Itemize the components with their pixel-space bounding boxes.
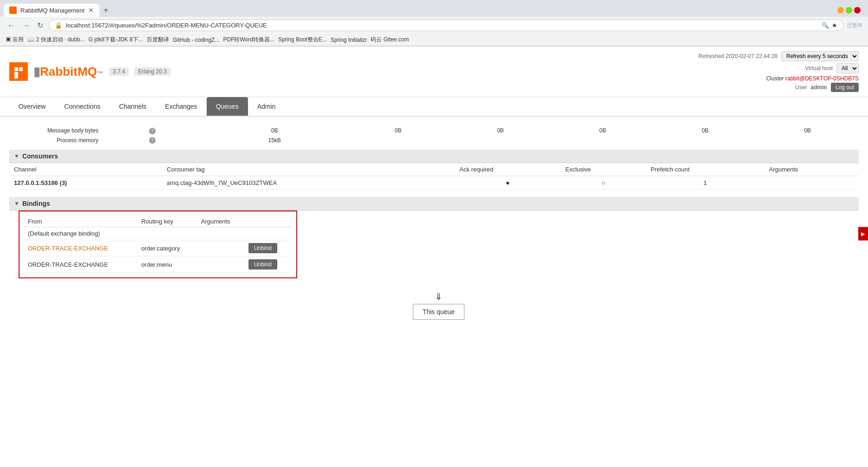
logo-text-group: ▮RabbitMQ™ (33, 65, 104, 79)
col-routing-key: Routing key (137, 216, 197, 227)
consumers-toggle-icon: ▼ (14, 153, 20, 159)
nav-exchanges[interactable]: Exchanges (156, 97, 206, 116)
bindings-box: From Routing key Arguments (Default exch… (19, 210, 297, 278)
bindings-container: From Routing key Arguments (Default exch… (19, 210, 859, 320)
bindings-toggle-icon: ▼ (14, 200, 20, 207)
svg-rect-1 (14, 67, 18, 71)
proc-mem-val: 15kB (202, 136, 346, 145)
nav-channels[interactable]: Channels (110, 97, 156, 116)
bookmark-spring[interactable]: Spring Boot整合E... (278, 36, 327, 44)
binding-default-args (197, 227, 245, 240)
user-value: admin (811, 84, 827, 91)
unbind-button-2[interactable]: Unbind (248, 259, 277, 270)
bookmark-dubbo[interactable]: 📖 2 快速启动 · dubb... (27, 36, 85, 44)
svg-rect-3 (14, 72, 18, 79)
binding-default-action (245, 227, 292, 240)
binding-rk-1: order.category (137, 240, 197, 257)
exchange-link-1[interactable]: ORDER-TRACE-EXCHANGE (28, 245, 108, 252)
url-bar[interactable]: 🔒 localhost:15672/#/queues/%2Fadmin/ORDE… (49, 20, 843, 31)
msg-val-6: 0B (757, 126, 859, 136)
tab-close-button[interactable]: ✕ (88, 7, 94, 14)
app-header: ▮RabbitMQ™ 3.7.4 Erlang 20.3 Refreshed 2… (0, 46, 868, 97)
bookmarks-bar: ▣ 应用 📖 2 快速启动 · dubb... G jdk8下载-JDK 8下.… (0, 34, 868, 46)
new-tab-button[interactable]: + (99, 5, 112, 16)
help-icon-msg[interactable]: ? (102, 126, 202, 136)
browser-chrome: RabbitMQ Management ✕ + ← → ↻ 🔒 localhos… (0, 0, 868, 46)
bookmark-baidu[interactable]: 百度翻译 (147, 36, 169, 44)
process-memory-row: Process memory ? 15kB (9, 136, 859, 145)
bindings-header[interactable]: ▼ Bindings (9, 197, 859, 210)
msg-val-4: 0B (552, 126, 654, 136)
msg-val-2: 0B (347, 126, 449, 136)
binding-from-2: ORDER-TRACE-EXCHANGE (24, 257, 137, 273)
col-ack: Ack required (455, 163, 561, 176)
refresh-select[interactable]: Refresh every 5 seconds (781, 51, 859, 61)
maximize-button[interactable] (846, 7, 852, 13)
minimize-button[interactable] (837, 7, 844, 13)
tab-bar: RabbitMQ Management ✕ + (0, 0, 868, 17)
bookmark-initializr[interactable]: Spring Initializr (331, 37, 367, 43)
cluster-row: Cluster rabbit@DESKTOP-0SHDB7S (698, 75, 859, 82)
bindings-label: Bindings (22, 200, 50, 207)
address-bar: ← → ↻ 🔒 localhost:15672/#/queues/%2Fadmi… (0, 17, 868, 34)
forward-button[interactable]: → (20, 20, 32, 31)
consumers-header[interactable]: ▼ Consumers (9, 150, 859, 163)
this-queue-box: This queue (413, 304, 464, 320)
msg-val-1: 0B (202, 126, 346, 136)
window-controls (834, 5, 864, 15)
nav-overview[interactable]: Overview (9, 97, 55, 116)
col-prefetch: Prefetch count (646, 163, 764, 176)
sidebar-right-text: ▶ (860, 230, 866, 237)
queue-flow: ⇓ This queue (19, 289, 859, 320)
bookmark-icon: ★ (832, 22, 837, 29)
bindings-header-row: From Routing key Arguments (24, 216, 292, 227)
nav-queues[interactable]: Queues (207, 97, 248, 116)
back-button[interactable]: ← (6, 20, 17, 31)
binding-row-2: ORDER-TRACE-EXCHANGE order.menu Unbind (24, 257, 292, 273)
nav-admin[interactable]: Admin (248, 97, 285, 116)
url-text: localhost:15672/#/queues/%2Fadmin/ORDER-… (66, 22, 267, 29)
message-body-label: Message body bytes (9, 126, 102, 136)
version-badge: 3.7.4 (109, 67, 129, 76)
vhost-row: Virtual host All (698, 63, 859, 73)
help-icon-proc[interactable]: ? (102, 136, 202, 145)
binding-default-rk (137, 227, 197, 240)
consumers-header-row: Channel Consumer tag Ack required Exclus… (9, 163, 859, 176)
search-icon: 🔍 (822, 22, 829, 29)
consumers-section: ▼ Consumers Channel Consumer tag Ack req… (9, 150, 859, 190)
close-button[interactable] (854, 7, 861, 13)
col-channel: Channel (9, 163, 162, 176)
bindings-section: ▼ Bindings From Routing key Arguments (9, 197, 859, 320)
refresh-button[interactable]: ↻ (35, 20, 45, 31)
bookmark-gitee[interactable]: 码云 Gitee.com (371, 36, 409, 44)
binding-action-1: Unbind (245, 240, 292, 257)
col-consumer-tag: Consumer tag (162, 163, 455, 176)
active-tab[interactable]: RabbitMQ Management ✕ (4, 4, 99, 17)
cluster-label: Cluster (766, 75, 784, 82)
user-label: User (795, 84, 807, 91)
bindings-table: From Routing key Arguments (Default exch… (24, 216, 292, 273)
binding-from-1: ORDER-TRACE-EXCHANGE (24, 240, 137, 257)
binding-rk-2: order.menu (137, 257, 197, 273)
unbind-button-1[interactable]: Unbind (248, 243, 277, 253)
consumer-arguments (764, 176, 859, 190)
vhost-select[interactable]: All (836, 63, 859, 73)
header-right: Refreshed 2020-02-07 22:44:28 Refresh ev… (698, 51, 859, 92)
col-bind-arguments: Arguments (197, 216, 245, 227)
bookmark-jdk[interactable]: G jdk8下载-JDK 8下... (88, 36, 143, 44)
bookmark-github[interactable]: GitHub - codingZ... (173, 37, 220, 43)
erlang-badge: Erlang 20.3 (134, 67, 170, 76)
apps-bookmark[interactable]: ▣ 应用 (6, 36, 24, 44)
consumer-row: 127.0.0.1:53186 (3) amq.ctag-43dWIh_7W_U… (9, 176, 859, 190)
process-memory-label: Process memory (9, 136, 102, 145)
bookmark-pdf[interactable]: PDF转Word转换器... (223, 36, 274, 44)
svg-rect-0 (12, 65, 26, 79)
sidebar-right[interactable]: ▶ (858, 227, 868, 240)
logo-text: ▮RabbitMQ™ (33, 65, 104, 79)
nav-connections[interactable]: Connections (55, 97, 110, 116)
vhost-label: Virtual host (805, 65, 833, 72)
msg-val-3: 0B (449, 126, 551, 136)
logout-button[interactable]: Log out (831, 83, 859, 92)
binding-args-2 (197, 257, 245, 273)
message-body-row: Message body bytes ? 0B 0B 0B 0B 0B 0B (9, 126, 859, 136)
